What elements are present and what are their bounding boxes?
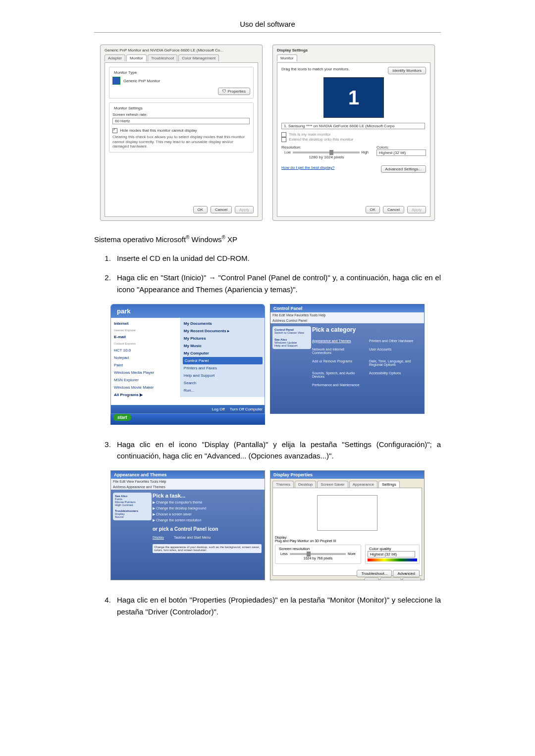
steps-list-3: Haga clic en el botón "Properties (Propi… — [94, 594, 441, 617]
cp-cat-network[interactable]: Network and Internet Connections — [312, 348, 364, 354]
start-item-email[interactable]: E-mail — [113, 333, 178, 341]
start-button[interactable]: start — [113, 414, 131, 421]
dp-res-less: Less — [280, 552, 288, 555]
monitor-type-value: Generic PnP Monitor — [123, 79, 160, 83]
start-item-controlpanel[interactable]: Control Panel — [183, 357, 263, 364]
cp-cat-sounds[interactable]: Sounds, Speech, and Audio Devices — [312, 371, 364, 378]
start-item-run[interactable]: Run... — [183, 387, 263, 394]
dp-ok-button[interactable]: OK — [364, 578, 379, 580]
dp-res-more: More — [348, 552, 356, 555]
start-item-hct[interactable]: HCT 10.0 — [113, 347, 178, 354]
turnoff-button[interactable]: Turn Off Computer — [230, 407, 263, 411]
tab-adapter[interactable]: Adapter — [105, 54, 125, 61]
at-task-bg[interactable]: ▶ Change the desktop background — [153, 506, 262, 510]
header-rule — [94, 32, 441, 33]
start-item-recent[interactable]: My Recent Documents ▸ — [183, 327, 263, 335]
start-item-mydocs[interactable]: My Documents — [183, 320, 263, 327]
best-display-link[interactable]: How do I get the best display? — [281, 165, 334, 173]
logoff-button[interactable]: Log Off — [212, 407, 225, 411]
at-main: Pick a task... ▶ Change the computer's t… — [153, 493, 262, 553]
start-item-msn[interactable]: MSN Explorer — [113, 376, 178, 384]
step-3: Haga clic en el icono "Display (Pantalla… — [113, 439, 441, 462]
dp-tab-ss[interactable]: Screen Saver — [317, 481, 348, 488]
at-desc: Change the appearance of your desktop, s… — [153, 544, 262, 553]
cp-cat-performance[interactable]: Performance and Maintenance — [312, 383, 364, 387]
dp-tab-themes[interactable]: Themes — [272, 481, 294, 488]
monitor-props-buttons: OK Cancel Apply — [193, 206, 254, 213]
tab-monitor-ds[interactable]: Monitor — [277, 54, 297, 61]
step-4: Haga clic en el botón "Properties (Propi… — [113, 594, 441, 617]
dp-monitor-preview — [317, 495, 377, 531]
dp-tab-settings[interactable]: Settings — [378, 481, 400, 488]
monitor-props-tabs: Adapter Monitor Troubleshoot Color Manag… — [105, 54, 258, 61]
start-item-printers[interactable]: Printers and Faxes — [183, 364, 263, 372]
dp-res-slider[interactable] — [290, 553, 346, 555]
monitor-props-title: Generic PnP Monitor and NVIDIA GeForce 6… — [105, 48, 258, 52]
start-item-music[interactable]: My Music — [183, 342, 263, 350]
cancel-button[interactable]: Cancel — [211, 206, 232, 213]
at-icon-display[interactable]: Display — [153, 536, 164, 539]
dp-apply-button[interactable]: Apply — [402, 578, 421, 580]
dp-cq-group: Color quality — [368, 547, 392, 551]
cp-cat-datetime[interactable]: Date, Time, Language, and Regional Optio… — [369, 359, 421, 366]
resolution-slider[interactable] — [293, 151, 360, 153]
properties-button[interactable]: 🛡 Properties — [218, 88, 250, 95]
at-task-ss[interactable]: ▶ Choose a screen saver — [153, 512, 262, 516]
apply-button-ds[interactable]: Apply — [407, 206, 426, 213]
tab-monitor[interactable]: Monitor — [126, 54, 147, 61]
start-item-paint[interactable]: Paint — [113, 361, 178, 369]
at-task-theme[interactable]: ▶ Change the computer's theme — [153, 501, 262, 504]
apply-button[interactable]: Apply — [235, 206, 254, 213]
identify-monitors-button[interactable]: Identify Monitors — [388, 67, 426, 74]
cp-help[interactable]: Help and Support — [274, 344, 298, 347]
dp-tab-appearance[interactable]: Appearance — [349, 481, 377, 488]
start-item-pictures[interactable]: My Pictures — [183, 335, 263, 342]
dp-tab-desktop[interactable]: Desktop — [295, 481, 316, 488]
colors-select[interactable]: Highest (32 bit) — [376, 150, 426, 156]
at-icon-taskbar[interactable]: Taskbar and Start Menu — [174, 536, 211, 539]
start-item-help[interactable]: Help and Support — [183, 372, 263, 379]
at-title: Appearance and Themes — [111, 471, 265, 479]
appearance-themes-window: Appearance and Themes File Edit View Fav… — [110, 470, 265, 580]
tab-colormgmt[interactable]: Color Management — [178, 54, 219, 61]
cancel-button-ds[interactable]: Cancel — [383, 206, 404, 213]
at-task-res[interactable]: ▶ Change the screen resolution — [153, 518, 262, 522]
monitor-preview-icon[interactable]: 1 — [323, 77, 384, 118]
display-settings-body: Drag the icons to match your monitors. I… — [277, 62, 430, 217]
tab-troubleshoot[interactable]: Troubleshoot — [148, 54, 177, 61]
advanced-settings-button[interactable]: Advanced Settings... — [381, 165, 426, 173]
extend-desktop-label: Extend the desktop onto this monitor — [289, 137, 353, 142]
resolution-value: 1280 by 1024 pixels — [281, 155, 372, 159]
cp-cat-users[interactable]: User Accounts — [369, 348, 421, 354]
res-low: Low — [284, 151, 291, 154]
start-item-wmp[interactable]: Windows Media Player — [113, 369, 178, 376]
start-footer: Log Off Turn Off Computer — [111, 405, 265, 413]
hide-modes-checkbox[interactable] — [112, 128, 117, 133]
control-panel-window: Control Panel File Edit View Favorites T… — [270, 304, 425, 414]
cp-address: Address Control Panel — [270, 318, 424, 323]
dp-advanced-button[interactable]: Advanced — [393, 570, 420, 577]
step-2: Haga clic en "Start (Inicio)" → "Control… — [113, 272, 441, 295]
ok-button[interactable]: OK — [193, 206, 208, 213]
start-item-internet[interactable]: Internet — [113, 320, 178, 327]
cp-cat-accessibility[interactable]: Accessibility Options — [369, 371, 421, 378]
start-item-allprograms[interactable]: All Programs ▶ — [113, 391, 178, 399]
at-or-pick: or pick a Control Panel icon — [153, 526, 262, 532]
cp-cat-appearance[interactable]: Appearance and Themes — [312, 339, 364, 343]
monitor-select[interactable]: 1. Samsung **** on NVIDIA GeForce 6600 L… — [281, 123, 425, 129]
dp-cq-select[interactable]: Highest (32 bit) — [368, 551, 415, 557]
dp-troubleshoot-button[interactable]: Troubleshoot... — [357, 570, 392, 577]
cp-cat-addremove[interactable]: Add or Remove Programs — [312, 359, 364, 366]
refresh-select[interactable]: 60 Hertz — [112, 118, 250, 124]
cp-switch-classic[interactable]: Switch to Classic View — [274, 331, 304, 334]
cp-cat-printers[interactable]: Printers and Other Hardware — [369, 339, 421, 343]
drag-text: Drag the icons to match your monitors. — [281, 67, 349, 71]
ok-button-ds[interactable]: OK — [366, 206, 380, 213]
dp-cancel-button[interactable]: Cancel — [380, 578, 401, 580]
start-item-mycomputer[interactable]: My Computer — [183, 350, 263, 357]
start-item-search[interactable]: Search — [183, 379, 263, 387]
start-item-wmm[interactable]: Windows Movie Maker — [113, 384, 178, 391]
start-item-notepad[interactable]: Notepad — [113, 354, 178, 361]
top-screenshots: Generic PnP Monitor and NVIDIA GeForce 6… — [94, 45, 441, 221]
page-header: Uso del software — [94, 20, 441, 28]
